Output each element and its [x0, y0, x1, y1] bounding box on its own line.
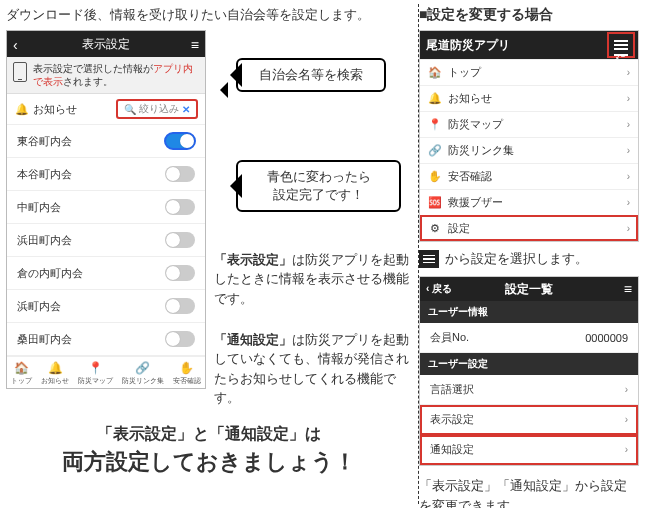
notice-bar: 表示設定で選択した情報がアプリ内で表示されます。	[7, 57, 205, 94]
association-toggle[interactable]	[165, 166, 195, 182]
memberno-value: 0000009	[585, 332, 628, 344]
explain-display-hl: 「表示設定」	[214, 253, 292, 267]
association-toggle[interactable]	[165, 331, 195, 347]
menu-card: 尾道防災アプリ メニュー 🏠トップ›🔔お知らせ›📍防災マップ›🔗防災リンク集›✋…	[419, 30, 639, 242]
big-line2: 両方設定しておきましょう！	[6, 447, 411, 477]
menu-item-icon: ✋	[428, 170, 442, 183]
section-label: お知らせ	[33, 103, 77, 115]
association-toggle[interactable]	[165, 298, 195, 314]
phone-display-settings: ‹ 表示設定 ≡ 表示設定で選択した情報がアプリ内で表示されます。 🔔お知らせ …	[6, 30, 206, 389]
tab-label: 防災リンク集	[122, 376, 164, 386]
menu-item-label: 防災マップ	[448, 117, 503, 132]
tab-item[interactable]: 🏠トップ	[11, 361, 32, 386]
association-toggle[interactable]	[165, 265, 195, 281]
association-row: 浜田町内会	[7, 224, 205, 257]
tab-item[interactable]: 📍防災マップ	[78, 361, 113, 386]
association-name: 倉の内町内会	[17, 266, 83, 281]
chevron-right-icon: ›	[627, 93, 630, 104]
tab-label: 安否確認	[173, 376, 201, 386]
clear-icon[interactable]: ✕	[182, 104, 190, 115]
bubble-search-text: 自治会名等を検索	[259, 67, 363, 82]
settings-section-usersettings: ユーザー設定	[420, 353, 638, 375]
settings-row-label: 表示設定	[430, 412, 474, 427]
chevron-right-icon: ›	[625, 414, 628, 425]
big-statement: 「表示設定」と「通知設定」は 両方設定しておきましょう！	[6, 424, 411, 477]
section-row: 🔔お知らせ 🔍 絞り込み ✕	[7, 94, 205, 125]
big-line1: 「表示設定」と「通知設定」は	[6, 424, 411, 445]
menu-item[interactable]: ✋安否確認›	[420, 163, 638, 189]
explain-display: 「表示設定」は防災アプリを起動したときに情報を表示させる機能です。	[214, 251, 409, 309]
back-button[interactable]: ‹ 戻る	[426, 282, 452, 296]
chevron-right-icon: ›	[625, 384, 628, 395]
note-change-settings: 「表示設定」「通知設定」から設定を変更できます。	[419, 476, 639, 508]
intro-text: ダウンロード後、情報を受け取りたい自治会等を設定します。	[6, 6, 411, 24]
explain-notify-hl: 「通知設定」	[214, 333, 292, 347]
association-list: 東谷町内会本谷町内会中町内会浜田町内会倉の内町内会浜町内会桑田町内会	[7, 125, 205, 356]
tab-icon: 🏠	[14, 361, 29, 375]
settings-row[interactable]: 通知設定›	[420, 435, 638, 465]
bubble-complete: 青色に変わったら 設定完了です！	[236, 160, 401, 212]
chevron-right-icon: ›	[625, 444, 628, 455]
menu-item-icon: 📍	[428, 118, 442, 131]
bubble-complete-l1: 青色に変わったら	[248, 168, 389, 186]
association-toggle[interactable]	[165, 133, 195, 149]
bubble-complete-l2: 設定完了です！	[248, 186, 389, 204]
tab-icon: ✋	[179, 361, 194, 375]
notice-prefix: 表示設定で選択した情報が	[33, 63, 153, 74]
menu-item[interactable]: ⚙設定›	[420, 215, 638, 241]
settings-section-userinfo: ユーザー情報	[420, 301, 638, 323]
tab-icon: 📍	[88, 361, 103, 375]
menu-item-icon: 🔗	[428, 144, 442, 157]
menu-item[interactable]: 📍防災マップ›	[420, 111, 638, 137]
settings-menu-icon[interactable]: ≡	[624, 281, 632, 297]
bubble-search: 自治会名等を検索	[236, 58, 386, 92]
notice-suffix: されます。	[63, 76, 113, 87]
menu-item[interactable]: 🔗防災リンク集›	[420, 137, 638, 163]
association-name: 本谷町内会	[17, 167, 72, 182]
menu-icon[interactable]: ≡	[191, 37, 199, 53]
menu-item-icon: 🔔	[428, 92, 442, 105]
tab-icon: 🔔	[48, 361, 63, 375]
chevron-right-icon: ›	[627, 145, 630, 156]
menu-item-label: 救援ブザー	[448, 195, 503, 210]
menu-item-icon: ⚙	[428, 222, 442, 235]
association-name: 浜町内会	[17, 299, 61, 314]
note-select-settings: から設定を選択します。	[419, 250, 639, 268]
menu-item[interactable]: 🔔お知らせ›	[420, 85, 638, 111]
right-heading: ■設定を変更する場合	[419, 6, 639, 24]
search-placeholder: 絞り込み	[139, 102, 179, 116]
settings-row[interactable]: 言語選択›	[420, 375, 638, 405]
tab-item[interactable]: ✋安否確認	[173, 361, 201, 386]
settings-card: ‹ 戻る 設定一覧 ≡ ユーザー情報 会員No. 0000009 ユーザー設定 …	[419, 276, 639, 466]
association-toggle[interactable]	[165, 232, 195, 248]
search-icon: 🔍	[124, 104, 136, 115]
menu-item-label: 安否確認	[448, 169, 492, 184]
menu-item[interactable]: 🆘救援ブザー›	[420, 189, 638, 215]
settings-row-label: 言語選択	[430, 382, 474, 397]
chevron-right-icon: ›	[627, 197, 630, 208]
tab-item[interactable]: 🔔お知らせ	[41, 361, 69, 386]
association-name: 桑田町内会	[17, 332, 72, 347]
menu-caption: メニュー	[614, 54, 628, 56]
association-row: 東谷町内会	[7, 125, 205, 158]
back-icon[interactable]: ‹	[13, 37, 18, 53]
tab-label: トップ	[11, 376, 32, 386]
association-row: 浜町内会	[7, 290, 205, 323]
bell-icon: 🔔	[15, 103, 29, 115]
tab-item[interactable]: 🔗防災リンク集	[122, 361, 164, 386]
phone-icon	[13, 62, 27, 82]
settings-row[interactable]: 表示設定›	[420, 405, 638, 435]
association-row: 桑田町内会	[7, 323, 205, 356]
divider-line	[418, 4, 419, 504]
menu-item-label: 設定	[448, 221, 470, 236]
association-toggle[interactable]	[165, 199, 195, 215]
note1-text: から設定を選択します。	[445, 250, 588, 268]
hamburger-icon[interactable]: メニュー	[610, 35, 632, 55]
menu-item[interactable]: 🏠トップ›	[420, 59, 638, 85]
tab-label: 防災マップ	[78, 376, 113, 386]
chevron-right-icon: ›	[627, 119, 630, 130]
notice-red2: 表示	[43, 76, 63, 87]
menu-item-label: お知らせ	[448, 91, 492, 106]
search-input[interactable]: 🔍 絞り込み ✕	[117, 100, 197, 118]
settings-row-memberno: 会員No. 0000009	[420, 323, 638, 353]
